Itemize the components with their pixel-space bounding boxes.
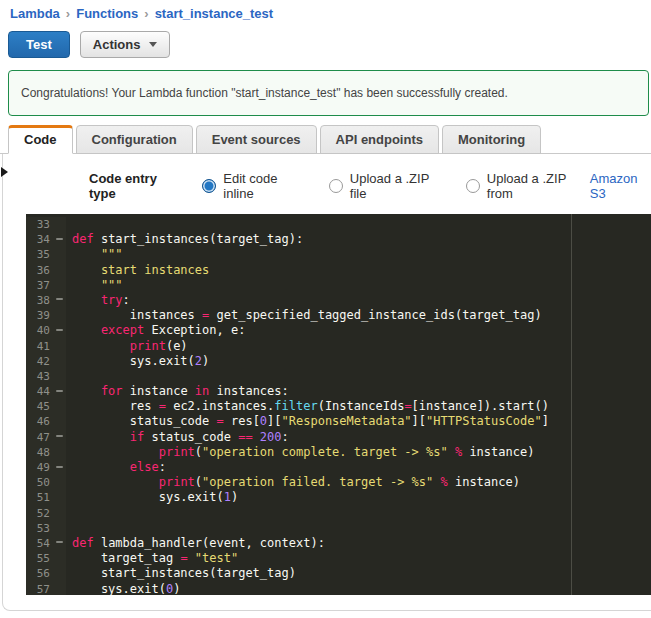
tab-api-endpoints[interactable]: API endpoints bbox=[320, 125, 439, 154]
code-line[interactable]: 45 res = ec2.instances.filter(InstanceId… bbox=[26, 399, 651, 414]
actions-dropdown-button[interactable]: Actions bbox=[80, 31, 171, 58]
code-line[interactable]: 37 """ bbox=[26, 278, 651, 293]
code-line[interactable]: 44 for instance in instances: bbox=[26, 384, 651, 399]
code-text bbox=[66, 217, 72, 232]
code-text: print("operation complete. target -> %s"… bbox=[66, 445, 534, 460]
code-line[interactable]: 47 if status_code == 200: bbox=[26, 430, 651, 445]
gutter-cell[interactable]: 42 bbox=[26, 354, 66, 369]
gutter-cell[interactable]: 39 bbox=[26, 308, 66, 323]
code-line[interactable]: 51 sys.exit(1) bbox=[26, 490, 651, 505]
radio-option[interactable]: Edit code inline bbox=[202, 171, 303, 201]
radio-icon[interactable] bbox=[466, 179, 480, 193]
tab-monitoring[interactable]: Monitoring bbox=[442, 125, 541, 154]
code-entry-row: Code entry type Edit code inlineUpload a… bbox=[3, 154, 651, 214]
gutter-cell[interactable]: 47 bbox=[26, 430, 66, 445]
code-line[interactable]: 38 try: bbox=[26, 293, 651, 308]
gutter-cell[interactable]: 55 bbox=[26, 551, 66, 566]
fold-spacer bbox=[53, 354, 66, 369]
code-line[interactable]: 57 sys.exit(0) bbox=[26, 582, 651, 596]
code-editor[interactable]: 3334def start_instances(target_tag):35 "… bbox=[26, 214, 651, 595]
code-text: start instances bbox=[66, 263, 209, 278]
code-text: sys.exit(0) bbox=[66, 582, 180, 596]
gutter-cell[interactable]: 36 bbox=[26, 263, 66, 278]
code-line[interactable]: 43 bbox=[26, 369, 651, 384]
gutter-cell[interactable]: 33 bbox=[26, 217, 66, 232]
gutter-cell[interactable]: 48 bbox=[26, 445, 66, 460]
fold-spacer bbox=[53, 217, 66, 232]
code-line[interactable]: 54def lambda_handler(event, context): bbox=[26, 536, 651, 551]
code-line[interactable]: 42 sys.exit(2) bbox=[26, 354, 651, 369]
line-number: 33 bbox=[26, 217, 53, 232]
test-button[interactable]: Test bbox=[8, 31, 70, 58]
gutter-cell[interactable]: 35 bbox=[26, 247, 66, 262]
code-text: """ bbox=[66, 247, 123, 262]
code-text: def start_instances(target_tag): bbox=[66, 232, 303, 247]
fold-icon[interactable] bbox=[53, 293, 66, 308]
code-text: try: bbox=[66, 293, 130, 308]
collapse-panel-icon[interactable] bbox=[1, 167, 8, 177]
code-line[interactable]: 48 print("operation complete. target -> … bbox=[26, 445, 651, 460]
fold-icon[interactable] bbox=[53, 536, 66, 551]
code-line[interactable]: 35 """ bbox=[26, 247, 651, 262]
breadcrumb-item-start_instance_test[interactable]: start_instance_test bbox=[155, 6, 274, 21]
fold-icon[interactable] bbox=[53, 384, 66, 399]
code-text: except Exception, e: bbox=[66, 323, 245, 338]
gutter-cell[interactable]: 41 bbox=[26, 339, 66, 354]
tab-event-sources[interactable]: Event sources bbox=[196, 125, 317, 154]
code-text: for instance in instances: bbox=[66, 384, 289, 399]
radio-icon[interactable] bbox=[329, 179, 343, 193]
amazon-s3-link[interactable]: Amazon S3 bbox=[590, 171, 651, 201]
gutter-cell[interactable]: 38 bbox=[26, 293, 66, 308]
breadcrumb-item-lambda[interactable]: Lambda bbox=[10, 6, 60, 21]
code-line[interactable]: 36 start instances bbox=[26, 263, 651, 278]
code-line[interactable]: 49 else: bbox=[26, 460, 651, 475]
code-line[interactable]: 50 print("operation failed. target -> %s… bbox=[26, 475, 651, 490]
fold-icon[interactable] bbox=[53, 460, 66, 475]
code-line[interactable]: 40 except Exception, e: bbox=[26, 323, 651, 338]
tab-configuration[interactable]: Configuration bbox=[76, 125, 193, 154]
gutter-cell[interactable]: 45 bbox=[26, 399, 66, 414]
radio-option[interactable]: Upload a .ZIP file bbox=[329, 171, 440, 201]
radio-option[interactable]: Upload a .ZIP fromAmazon S3 bbox=[466, 171, 651, 201]
fold-dash bbox=[56, 390, 63, 392]
code-line[interactable]: 34def start_instances(target_tag): bbox=[26, 232, 651, 247]
gutter-cell[interactable]: 44 bbox=[26, 384, 66, 399]
line-number: 46 bbox=[26, 414, 53, 429]
gutter-cell[interactable]: 37 bbox=[26, 278, 66, 293]
code-line[interactable]: 52 bbox=[26, 506, 651, 521]
fold-spacer bbox=[53, 475, 66, 490]
tab-code[interactable]: Code bbox=[8, 125, 73, 154]
breadcrumb-separator-icon: › bbox=[144, 6, 148, 21]
breadcrumb-item-functions[interactable]: Functions bbox=[76, 6, 138, 21]
code-line[interactable]: 33 bbox=[26, 217, 651, 232]
lambda-console-page: Lambda›Functions›start_instance_test Tes… bbox=[0, 0, 651, 618]
fold-icon[interactable] bbox=[53, 232, 66, 247]
line-number: 38 bbox=[26, 293, 53, 308]
code-line[interactable]: 39 instances = get_specified_tagged_inst… bbox=[26, 308, 651, 323]
gutter-cell[interactable]: 54 bbox=[26, 536, 66, 551]
fold-spacer bbox=[53, 247, 66, 262]
fold-icon[interactable] bbox=[53, 323, 66, 338]
gutter-cell[interactable]: 46 bbox=[26, 414, 66, 429]
gutter-cell[interactable]: 50 bbox=[26, 475, 66, 490]
line-number: 42 bbox=[26, 354, 53, 369]
gutter-cell[interactable]: 52 bbox=[26, 506, 66, 521]
line-number: 47 bbox=[26, 430, 53, 445]
gutter-cell[interactable]: 40 bbox=[26, 323, 66, 338]
code-line[interactable]: 41 print(e) bbox=[26, 339, 651, 354]
radio-icon[interactable] bbox=[202, 179, 216, 193]
fold-dash bbox=[56, 541, 63, 543]
gutter-cell[interactable]: 49 bbox=[26, 460, 66, 475]
code-line[interactable]: 56 start_instances(target_tag) bbox=[26, 566, 651, 581]
gutter-cell[interactable]: 34 bbox=[26, 232, 66, 247]
gutter-cell[interactable]: 43 bbox=[26, 369, 66, 384]
fold-spacer bbox=[53, 369, 66, 384]
gutter-cell[interactable]: 56 bbox=[26, 566, 66, 581]
code-line[interactable]: 53 bbox=[26, 521, 651, 536]
code-line[interactable]: 46 status_code = res[0]["ResponseMetadat… bbox=[26, 414, 651, 429]
gutter-cell[interactable]: 51 bbox=[26, 490, 66, 505]
gutter-cell[interactable]: 57 bbox=[26, 582, 66, 596]
gutter-cell[interactable]: 53 bbox=[26, 521, 66, 536]
code-line[interactable]: 55 target_tag = "test" bbox=[26, 551, 651, 566]
fold-icon[interactable] bbox=[53, 430, 66, 445]
